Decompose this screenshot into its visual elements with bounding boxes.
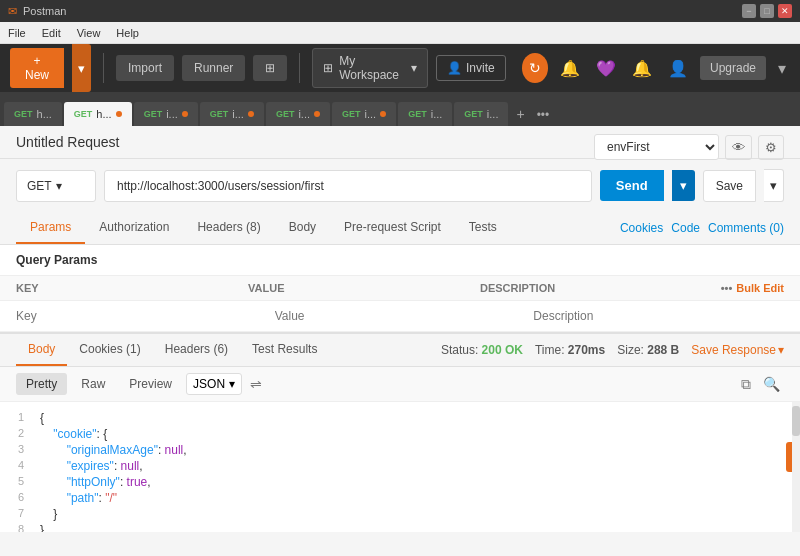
toolbar: + New ▾ Import Runner ⊞ ⊞ My Workspace ▾… — [0, 44, 800, 92]
tab-1[interactable]: GET h... — [64, 102, 132, 126]
add-tab-button[interactable]: + — [510, 102, 530, 126]
save-dropdown-button[interactable]: ▾ — [764, 169, 784, 202]
tab-7[interactable]: GET i... — [454, 102, 508, 126]
send-dropdown-button[interactable]: ▾ — [672, 170, 695, 201]
req-tab-tests[interactable]: Tests — [455, 212, 511, 244]
tab-3[interactable]: GET i... — [200, 102, 264, 126]
tab-label-1: h... — [96, 108, 111, 120]
tab-method-1: GET — [74, 109, 93, 119]
code-line-5: 5 "httpOnly": true, — [0, 474, 800, 490]
env-settings-button[interactable]: ⚙ — [758, 135, 784, 160]
save-response-icon: ▾ — [778, 343, 784, 357]
extra-toolbar-button[interactable]: ⊞ — [253, 55, 287, 81]
code-body: 1 { 2 "cookie": { 3 "originalMaxAge": nu… — [0, 402, 800, 532]
url-bar: GET ▾ http://localhost:3000/users/sessio… — [0, 159, 800, 212]
col-desc-header: DESCRIPTION — [480, 282, 704, 294]
code-line-1: 1 { — [0, 410, 800, 426]
req-tab-headers[interactable]: Headers (8) — [183, 212, 274, 244]
tab-method-4: GET — [276, 109, 295, 119]
code-tab-preview[interactable]: Preview — [119, 373, 182, 395]
params-table: KEY VALUE DESCRIPTION ••• Bulk Edit — [0, 276, 800, 332]
tab-label-4: i... — [298, 108, 310, 120]
save-button[interactable]: Save — [703, 170, 756, 202]
req-tab-body[interactable]: Body — [275, 212, 330, 244]
url-input[interactable]: http://localhost:3000/users/session/firs… — [104, 170, 592, 202]
format-selector[interactable]: JSON ▾ — [186, 373, 242, 395]
code-line-4: 4 "expires": null, — [0, 458, 800, 474]
menu-edit[interactable]: Edit — [42, 27, 61, 39]
minimize-button[interactable]: − — [742, 4, 756, 18]
menu-view[interactable]: View — [77, 27, 101, 39]
menu-file[interactable]: File — [8, 27, 26, 39]
app-icon: ✉ — [8, 5, 17, 18]
tab-method-2: GET — [144, 109, 163, 119]
menu-help[interactable]: Help — [116, 27, 139, 39]
save-response-label: Save Response — [691, 343, 776, 357]
resp-tab-test-results[interactable]: Test Results — [240, 334, 329, 366]
upgrade-dropdown-button[interactable]: ▾ — [774, 55, 790, 82]
cookies-link[interactable]: Cookies — [620, 221, 663, 235]
notification1-button[interactable]: 🔔 — [556, 55, 584, 82]
code-link[interactable]: Code — [671, 221, 700, 235]
tab-2[interactable]: GET i... — [134, 102, 198, 126]
req-tab-params[interactable]: Params — [16, 212, 85, 244]
toolbar-divider-2 — [299, 53, 300, 83]
workspace-selector[interactable]: ⊞ My Workspace ▾ — [312, 48, 428, 88]
key-input[interactable] — [16, 305, 267, 327]
code-line-2: 2 "cookie": { — [0, 426, 800, 442]
comments-link[interactable]: Comments (0) — [708, 221, 784, 235]
tab-method-5: GET — [342, 109, 361, 119]
tab-label-6: i... — [431, 108, 443, 120]
maximize-button[interactable]: □ — [760, 4, 774, 18]
format-dropdown-icon: ▾ — [229, 377, 235, 391]
tab-4[interactable]: GET i... — [266, 102, 330, 126]
notification3-button[interactable]: 🔔 — [628, 55, 656, 82]
tab-6[interactable]: GET i... — [398, 102, 452, 126]
env-selector-area: envFirst No Environment 👁 ⚙ — [594, 134, 784, 160]
env-selector[interactable]: envFirst No Environment — [594, 134, 719, 160]
req-tab-prerequest[interactable]: Pre-request Script — [330, 212, 455, 244]
code-tab-pretty[interactable]: Pretty — [16, 373, 67, 395]
req-tab-authorization[interactable]: Authorization — [85, 212, 183, 244]
copy-button[interactable]: ⧉ — [737, 374, 755, 395]
sync-button[interactable]: ↻ — [522, 53, 548, 83]
tab-label-7: i... — [487, 108, 499, 120]
wrap-lines-button[interactable]: ⇌ — [246, 374, 266, 394]
desc-input[interactable] — [533, 305, 784, 327]
code-icons-area: ⧉ 🔍 — [737, 374, 784, 395]
import-button[interactable]: Import — [116, 55, 174, 81]
notification2-button[interactable]: 💜 — [592, 55, 620, 82]
search-button[interactable]: 🔍 — [759, 374, 784, 395]
col-actions-dots: ••• — [721, 282, 733, 294]
method-selector[interactable]: GET ▾ — [16, 170, 96, 202]
resp-tab-body[interactable]: Body — [16, 334, 67, 366]
new-dropdown-button[interactable]: ▾ — [72, 44, 91, 92]
upgrade-button[interactable]: Upgrade — [700, 56, 766, 80]
size-value: 288 B — [647, 343, 679, 357]
resp-tab-headers[interactable]: Headers (6) — [153, 334, 240, 366]
toolbar-divider-1 — [103, 53, 104, 83]
invite-button[interactable]: 👤 Invite — [436, 55, 506, 81]
resp-tab-cookies[interactable]: Cookies (1) — [67, 334, 152, 366]
more-tabs-button[interactable]: ••• — [531, 104, 556, 126]
value-input[interactable] — [275, 305, 526, 327]
new-button[interactable]: + New — [10, 48, 64, 88]
save-response-button[interactable]: Save Response ▾ — [691, 343, 784, 357]
tab-dot-4 — [314, 111, 320, 117]
tab-dot-3 — [248, 111, 254, 117]
bulk-edit-button[interactable]: Bulk Edit — [736, 282, 784, 294]
close-button[interactable]: ✕ — [778, 4, 792, 18]
code-scrollbar[interactable] — [792, 402, 800, 532]
tab-5[interactable]: GET i... — [332, 102, 396, 126]
runner-button[interactable]: Runner — [182, 55, 245, 81]
send-button[interactable]: Send — [600, 170, 664, 201]
params-table-row — [0, 301, 800, 332]
request-tabs: Params Authorization Headers (8) Body Pr… — [0, 212, 800, 245]
env-eye-button[interactable]: 👁 — [725, 135, 752, 160]
code-line-3: 3 "originalMaxAge": null, — [0, 442, 800, 458]
code-tab-raw[interactable]: Raw — [71, 373, 115, 395]
profile-button[interactable]: 👤 — [664, 55, 692, 82]
tab-method-3: GET — [210, 109, 229, 119]
tab-0[interactable]: GET h... — [4, 102, 62, 126]
method-dropdown-icon: ▾ — [56, 179, 62, 193]
